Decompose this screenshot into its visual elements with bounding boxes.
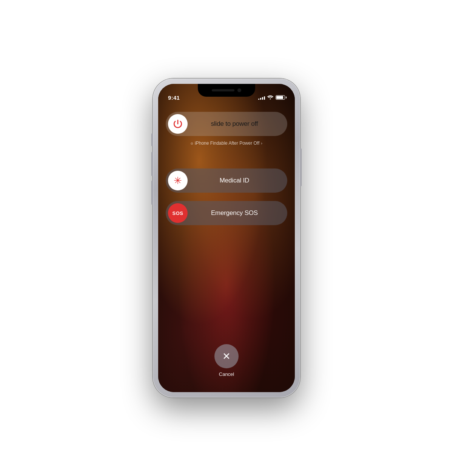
cancel-area: ✕ Cancel	[214, 344, 239, 377]
signal-bar-2	[260, 98, 261, 100]
cancel-button[interactable]: ✕	[214, 344, 239, 368]
signal-bar-1	[258, 99, 259, 100]
emergency-sos-button[interactable]: SOS Emergency SOS	[166, 201, 287, 225]
cancel-label: Cancel	[219, 371, 234, 377]
battery-icon	[276, 95, 285, 100]
phone-screen: 9:41	[158, 84, 295, 392]
volume-down-button[interactable]	[151, 181, 153, 205]
power-icon	[173, 119, 183, 129]
screen-content: slide to power off ⌾ iPhone Findable Aft…	[158, 106, 295, 392]
volume-up-button[interactable]	[151, 152, 153, 176]
medical-id-icon-circle: ✳	[168, 171, 188, 190]
medical-id-label: Medical ID	[188, 177, 285, 184]
signal-strength-icon	[258, 95, 265, 100]
medical-star-icon: ✳	[174, 176, 182, 185]
emergency-sos-label: Emergency SOS	[188, 209, 285, 217]
speaker-grille	[212, 89, 234, 91]
power-off-slider[interactable]: slide to power off	[166, 112, 287, 136]
slider-track[interactable]: slide to power off	[166, 112, 287, 136]
sos-icon: SOS	[173, 210, 183, 216]
chevron-right-icon: ›	[261, 141, 262, 145]
status-icons	[258, 95, 285, 100]
mute-button[interactable]	[151, 133, 153, 146]
close-icon: ✕	[222, 351, 231, 361]
sos-icon-circle: SOS	[168, 203, 188, 223]
status-time: 9:41	[168, 94, 180, 101]
medical-id-button[interactable]: ✳ Medical ID	[166, 168, 287, 193]
notch	[198, 84, 255, 97]
power-slider-thumb[interactable]	[168, 114, 188, 134]
iphone-frame: 9:41	[153, 79, 300, 397]
signal-bar-4	[264, 96, 265, 100]
findable-label: iPhone Findable After Power Off	[195, 141, 259, 146]
signal-bar-3	[262, 97, 263, 100]
battery-fill	[276, 96, 283, 99]
findable-text[interactable]: ⌾ iPhone Findable After Power Off ›	[191, 141, 262, 146]
power-off-label: slide to power off	[188, 120, 285, 128]
findable-radio-icon: ⌾	[191, 141, 193, 145]
wifi-icon	[267, 95, 273, 100]
front-camera	[237, 88, 241, 92]
side-button[interactable]	[300, 148, 302, 186]
